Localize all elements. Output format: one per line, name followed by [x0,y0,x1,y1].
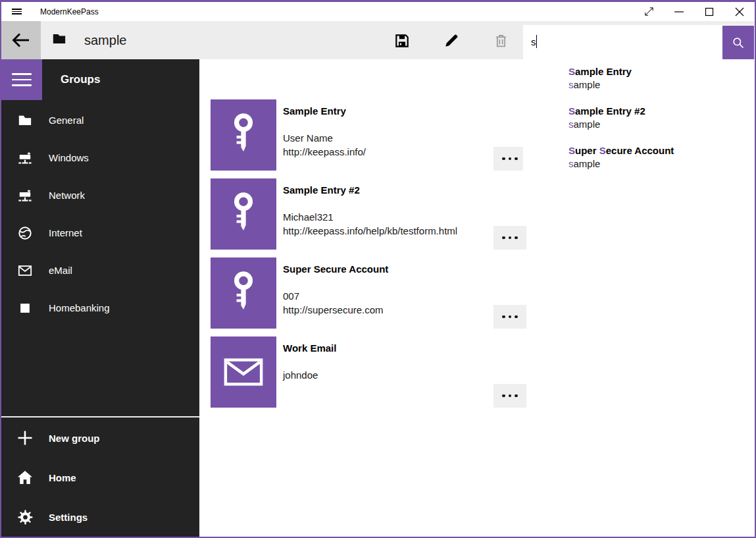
suggestion-item[interactable]: Sample Entry #2 sample [568,105,755,144]
sidebar-item-email[interactable]: eMail [1,252,199,289]
entry-tile [211,257,276,329]
sidebar-item-label: Home [49,472,76,483]
fullscreen-button[interactable] [634,2,664,21]
maximize-button[interactable] [694,2,724,21]
app-window: ModernKeePass [0,0,756,538]
sidebar-item-label: Network [49,190,85,201]
suggestion-title: Sample Entry #2 [568,105,755,118]
sidebar-item-network[interactable]: Network [1,176,199,214]
ellipsis-icon [502,315,518,319]
sidebar-item-internet[interactable]: Internet [1,214,199,252]
search-box: s [523,25,754,59]
title-bar: ModernKeePass [1,2,755,21]
titlebar-hamburger-button[interactable] [1,2,32,21]
sidebar-item-home[interactable]: Home [1,458,199,497]
maximize-icon [704,7,715,17]
entry-tile [211,336,276,408]
suggestion-subtitle: sample [568,118,755,131]
close-icon [734,7,745,17]
sidebar-item-label: Internet [49,227,82,238]
suggestion-item[interactable]: Super Secure Account sample [568,144,755,184]
key-icon [227,192,260,236]
entry-text: Work Email johndoe [276,336,336,408]
globe-icon [17,225,33,241]
entry-more-button[interactable] [493,147,526,171]
entry-title: Work Email [283,342,336,355]
search-input[interactable]: s [523,25,722,59]
ellipsis-icon [502,157,518,161]
close-button[interactable] [724,2,755,21]
sidebar: Groups General Windows [1,59,199,537]
envelope-icon [223,356,264,388]
sidebar-item-label: Homebanking [49,302,110,313]
save-icon [395,34,409,48]
ellipsis-icon [502,236,518,240]
trash-icon [494,34,508,48]
groups-heading: Groups [61,59,100,100]
entry-username: Michael321 [283,211,457,225]
back-arrow-icon [12,32,30,49]
suggestion-item[interactable]: Sample Entry sample [568,65,755,105]
entry-title: Super Secure Account [283,263,388,276]
search-icon [732,36,745,49]
home-icon [17,470,33,485]
sidebar-footer: New group Home [1,416,199,537]
minimize-button[interactable] [664,2,694,21]
entry-more-button[interactable] [493,305,526,329]
entry-username: johndoe [283,369,336,383]
suggestion-subtitle: sample [568,78,755,92]
app-bar: sample [1,21,755,59]
entry-username: User Name [283,132,366,146]
sidebar-item-settings[interactable]: Settings [1,497,199,537]
network-icon [17,188,33,203]
sidebar-item-label: Windows [49,152,89,163]
sidebar-item-homebanking[interactable]: Homebanking [1,289,199,327]
pencil-icon [444,34,459,48]
entry-row[interactable]: Work Email johndoe [211,336,528,408]
suggestion-title: Super Secure Account [568,144,755,157]
square-icon [17,300,33,316]
ellipsis-icon [502,394,518,398]
entry-url: http://supersecure.com [283,304,388,317]
search-suggestions: Sample Entry sample Sample Entry #2 samp… [523,59,755,190]
appbar-actions [386,24,517,58]
sidebar-divider [1,416,199,417]
sidebar-item-general[interactable]: General [1,101,199,139]
network-icon [17,150,33,166]
fullscreen-icon [643,6,655,17]
entry-more-button[interactable] [493,384,526,408]
sidebar-hamburger-button[interactable] [1,59,42,100]
entry-row[interactable]: Sample Entry #2 Michael321 http://keepas… [211,178,528,250]
entry-title: Sample Entry [283,105,366,118]
entry-text: Super Secure Account 007 http://supersec… [276,257,388,329]
hamburger-icon [12,7,22,16]
sidebar-item-label: New group [49,433,100,444]
entry-tile [211,99,276,171]
text-caret [536,35,538,48]
window-controls [634,2,755,21]
envelope-icon [17,263,33,279]
key-icon [227,113,260,157]
entry-title: Sample Entry #2 [283,184,457,197]
key-icon [227,271,260,315]
database-title: sample [84,33,126,48]
entry-more-button[interactable] [493,226,526,250]
sidebar-item-label: eMail [49,265,72,276]
gear-icon [17,509,33,525]
save-button[interactable] [386,24,418,58]
entry-text: Sample Entry User Name http://keepass.in… [276,99,366,171]
delete-button[interactable] [485,24,517,58]
entry-row[interactable]: Super Secure Account 007 http://supersec… [211,257,528,329]
entry-url: http://keepass.info/help/kb/testform.htm… [283,225,457,238]
search-button[interactable] [722,26,754,59]
edit-button[interactable] [436,24,467,58]
entry-row[interactable]: Sample Entry User Name http://keepass.in… [211,99,528,171]
plus-icon [17,430,33,446]
sidebar-item-new-group[interactable]: New group [1,418,199,458]
suggestion-title: Sample Entry [568,65,755,78]
back-button[interactable] [1,21,41,59]
groups-list: General Windows [1,101,199,327]
folder-icon [17,113,33,128]
entry-username: 007 [283,290,388,304]
sidebar-item-windows[interactable]: Windows [1,139,199,176]
